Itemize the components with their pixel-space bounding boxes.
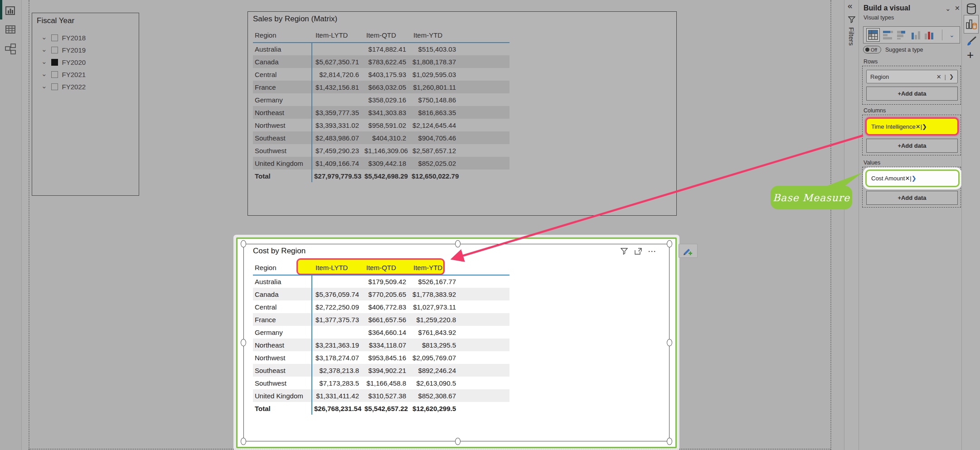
value-cell[interactable]: $404,310.2 (363, 131, 410, 144)
format-pane-icon[interactable] (965, 36, 977, 47)
matrix-row-canada[interactable]: Canada$5,376,059.74$770,205.65$1,778,383… (253, 288, 509, 300)
cost-matrix-visual-selection[interactable]: Cost by Region ··· RegionItem-LYTDItem-Q… (236, 237, 677, 448)
row-header-cell[interactable]: Southeast (253, 364, 312, 377)
visual-type-column-chart[interactable] (911, 30, 921, 40)
value-cell[interactable]: $12,650,022.79 (410, 169, 460, 182)
matrix-row-central[interactable]: Central$2,814,720.6$403,175.93$1,029,595… (253, 68, 509, 81)
value-cell[interactable]: $358,029.16 (363, 93, 410, 106)
field-pill-cost-amount-highlighted[interactable]: Cost Amount ✕ | ❯ (865, 169, 960, 187)
more-visual-types-icon[interactable]: ⌄ (949, 31, 955, 39)
matrix-row-northwest[interactable]: Northwest$3,393,331.02$958,591.02$2,124,… (253, 119, 509, 131)
value-cell[interactable]: $3,178,274.07 (312, 351, 363, 364)
row-header-cell[interactable]: Canada (253, 288, 312, 300)
value-cell[interactable]: $813,295.5 (410, 339, 460, 351)
matrix-header-item-qtd[interactable]: Item-QTD (363, 261, 410, 275)
field-pill-region[interactable]: Region ✕ | ❯ (866, 70, 958, 83)
value-cell[interactable]: $1,331,411.42 (312, 389, 363, 402)
value-cell[interactable]: $12,620,299.5 (410, 402, 460, 415)
row-header-cell[interactable]: Northwest (253, 119, 312, 131)
resize-handle-top-right[interactable] (667, 240, 672, 247)
value-cell[interactable]: $5,542,698.29 (363, 169, 410, 182)
suggest-type-toggle[interactable]: Off (863, 46, 881, 53)
value-cell[interactable]: $661,657.56 (363, 313, 410, 326)
focus-mode-icon[interactable] (634, 247, 642, 255)
value-cell[interactable]: $406,772.83 (363, 300, 410, 313)
model-view-icon[interactable] (5, 44, 17, 55)
value-cell[interactable]: $1,778,383.92 (410, 288, 460, 300)
value-cell[interactable]: $1,259,220.8 (410, 313, 460, 326)
build-visual-pane-icon-selected[interactable] (964, 15, 979, 34)
value-cell[interactable]: $1,409,166.74 (312, 157, 363, 169)
matrix-header-region[interactable]: Region (253, 28, 312, 43)
row-header-cell[interactable]: Australia (253, 275, 312, 288)
panel-collapse-icon[interactable]: ⌄ (945, 5, 951, 13)
row-header-cell[interactable]: Southwest (253, 377, 312, 389)
matrix-row-united-kingdom[interactable]: United Kingdom$1,409,166.74$309,442.18$8… (253, 157, 509, 169)
value-cell[interactable]: $5,627,350.71 (312, 55, 363, 68)
filter-funnel-icon[interactable] (620, 247, 628, 255)
matrix-header-item-lytd[interactable]: Item-LYTD (312, 261, 363, 275)
expand-icon[interactable]: ⌄ (41, 72, 47, 76)
visual-type-stacked-bar-2[interactable] (897, 30, 908, 40)
resize-handle-mid-right[interactable] (667, 339, 672, 346)
field-options-icon[interactable]: ❯ (947, 73, 954, 80)
matrix-row-southeast[interactable]: Southeast$2,483,986.07$404,310.2$904,705… (253, 131, 509, 144)
slicer-item-fy2022[interactable]: ⌄FY2022 (41, 81, 139, 93)
value-cell[interactable]: $5,376,059.74 (312, 288, 363, 300)
expand-icon[interactable]: ⌄ (41, 35, 47, 39)
panel-close-icon[interactable]: ✕ (955, 5, 960, 12)
matrix-row-france[interactable]: France$1,432,156.81$663,032.05$1,260,801… (253, 81, 509, 93)
visual-type-column-chart-2[interactable] (924, 30, 934, 40)
value-cell[interactable]: $310,527.38 (363, 389, 410, 402)
row-header-cell[interactable]: Total (253, 402, 312, 415)
row-header-cell[interactable]: Canada (253, 55, 312, 68)
expand-icon[interactable]: ⌄ (41, 84, 47, 88)
slicer-item-fy2018[interactable]: ⌄FY2018 (41, 32, 139, 44)
value-cell[interactable]: $309,442.18 (363, 157, 410, 169)
remove-field-icon[interactable]: ✕ (916, 123, 921, 130)
row-header-cell[interactable]: France (253, 313, 312, 326)
field-options-icon[interactable]: ❯ (912, 175, 917, 182)
value-cell[interactable] (312, 275, 363, 288)
value-cell[interactable]: $179,509.42 (363, 275, 410, 288)
value-cell[interactable]: $2,587,657.12 (410, 144, 460, 157)
row-header-cell[interactable]: Northeast (253, 106, 312, 119)
matrix-row-total[interactable]: Total$26,768,231.54$5,542,657.22$12,620,… (253, 402, 509, 415)
value-cell[interactable]: $403,175.93 (363, 68, 410, 81)
value-cell[interactable]: $26,768,231.54 (312, 402, 363, 415)
value-cell[interactable]: $2,378,213.8 (312, 364, 363, 377)
row-header-cell[interactable]: France (253, 81, 312, 93)
data-view-icon[interactable] (5, 25, 16, 34)
checkbox-unchecked[interactable] (51, 83, 58, 90)
edit-visual-button[interactable] (679, 244, 698, 258)
value-cell[interactable]: $1,808,178.37 (410, 55, 460, 68)
remove-field-icon[interactable]: ✕ (905, 175, 910, 182)
value-cell[interactable]: $3,393,331.02 (312, 119, 363, 131)
checkbox-unchecked[interactable] (51, 47, 58, 53)
value-cell[interactable]: $3,231,363.19 (312, 339, 363, 351)
resize-handle-bottom-right[interactable] (667, 438, 672, 445)
row-header-cell[interactable]: Southeast (253, 131, 312, 144)
resize-handle-bottom-left[interactable] (241, 438, 246, 445)
value-cell[interactable]: $341,303.83 (363, 106, 410, 119)
matrix-header-item-ytd[interactable]: Item-YTD (410, 28, 460, 43)
value-cell[interactable]: $904,705.46 (410, 131, 460, 144)
row-header-cell[interactable]: Central (253, 300, 312, 313)
value-cell[interactable]: $770,205.65 (363, 288, 410, 300)
matrix-row-northwest[interactable]: Northwest$3,178,274.07$953,845.16$2,095,… (253, 351, 509, 364)
expand-pane-icon[interactable]: « (848, 1, 853, 11)
value-cell[interactable] (312, 43, 363, 55)
row-header-cell[interactable]: Germany (253, 93, 312, 106)
slicer-item-fy2021[interactable]: ⌄FY2021 (41, 68, 139, 81)
value-cell[interactable]: $958,591.02 (363, 119, 410, 131)
matrix-row-canada[interactable]: Canada$5,627,350.71$783,622.45$1,808,178… (253, 55, 509, 68)
matrix-row-southwest[interactable]: Southwest$7,173,283.5$1,166,458.8$2,613,… (253, 377, 509, 389)
matrix-header-item-lytd[interactable]: Item-LYTD (312, 28, 363, 43)
matrix-row-united-kingdom[interactable]: United Kingdom$1,331,411.42$310,527.38$8… (253, 389, 509, 402)
value-cell[interactable]: $1,146,309.06 (363, 144, 410, 157)
value-cell[interactable]: $1,166,458.8 (363, 377, 410, 389)
values-add-data-button[interactable]: +Add data (866, 191, 958, 205)
checkbox-unchecked[interactable] (51, 34, 58, 41)
field-options-icon[interactable]: ❯ (922, 123, 927, 130)
value-cell[interactable]: $852,308.67 (410, 389, 460, 402)
